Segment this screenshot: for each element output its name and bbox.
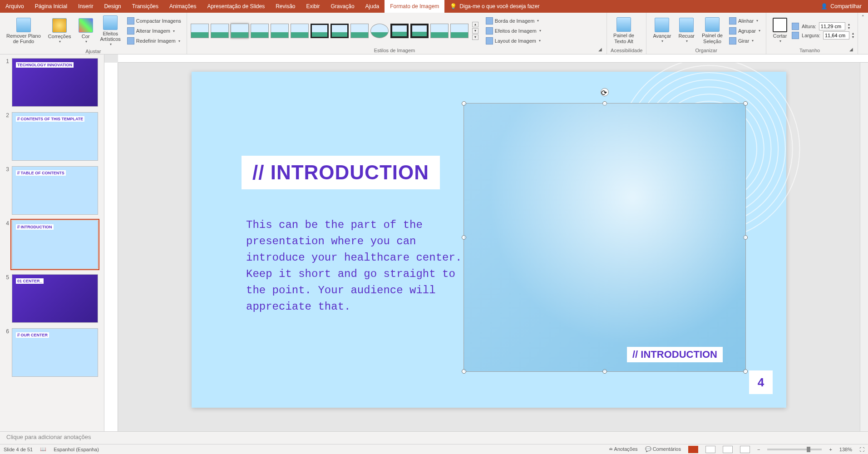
painel-texto-alt-button[interactable]: Painel de Texto Alt xyxy=(611,16,637,44)
altura-spinner[interactable]: ▴▾ xyxy=(848,23,850,30)
view-slideshow-button[interactable] xyxy=(740,446,750,453)
picture-style-2[interactable] xyxy=(211,24,229,38)
tab-revisao[interactable]: Revisão xyxy=(270,0,301,13)
cortar-button[interactable]: Cortar xyxy=(770,17,790,44)
tab-animacoes[interactable]: Animações xyxy=(164,0,202,13)
notes-pane[interactable]: Clique para adicionar anotações xyxy=(0,431,868,444)
tab-ajuda[interactable]: Ajuda xyxy=(360,0,385,13)
selected-picture[interactable]: ⟳ xyxy=(464,104,745,371)
resize-handle-ne[interactable] xyxy=(743,101,748,106)
resize-handle-s[interactable] xyxy=(602,369,607,374)
borda-imagem-button[interactable]: Borda de Imagem xyxy=(484,16,543,25)
slide-body-text[interactable]: This can be the part of the presentation… xyxy=(246,217,464,315)
rotation-handle[interactable]: ⟳ xyxy=(601,88,609,96)
status-bar: Slide 4 de 51 📖 Espanhol (Espanha) ≐ Ano… xyxy=(0,444,868,454)
thumb-number: 3 xyxy=(4,166,9,215)
picture-style-7[interactable] xyxy=(311,24,329,38)
share-button[interactable]: 👤 Compartilhar xyxy=(814,3,868,10)
fit-to-window-button[interactable]: ⛶ xyxy=(859,447,864,452)
view-normal-button[interactable] xyxy=(688,446,698,453)
status-language[interactable]: Espanhol (Espanha) xyxy=(54,447,99,452)
section-badge[interactable]: // INTRODUCTION xyxy=(627,347,723,362)
painel-selecao-button[interactable]: Painel de Seleção xyxy=(699,16,725,44)
agrupar-button[interactable]: Agrupar xyxy=(727,26,762,35)
slide-thumbnail-5[interactable]: 01 CENTER_ xyxy=(12,274,98,323)
tab-arquivo[interactable]: Arquivo xyxy=(0,0,30,13)
slide-thumbnails-panel[interactable]: 1TECHNOLOGY INNOVATION2// CONTENTS OF TH… xyxy=(0,54,104,431)
tab-formato-imagem[interactable]: Formato de Imagem xyxy=(385,0,444,13)
alinhar-button[interactable]: Alinhar xyxy=(727,16,762,25)
efeitos-imagem-button[interactable]: Efeitos de Imagem xyxy=(484,26,543,35)
picture-styles-gallery[interactable]: ▴ ▾ ▾ xyxy=(191,22,478,40)
estilos-launcher[interactable]: ◢ xyxy=(598,47,603,53)
slide-canvas-area[interactable]: // INTRODUCTION This can be the part of … xyxy=(118,63,860,431)
slide-thumbnail-1[interactable]: TECHNOLOGY INNOVATION xyxy=(12,58,98,107)
picture-style-4[interactable] xyxy=(251,24,269,38)
largura-input[interactable] xyxy=(823,31,849,39)
cor-button[interactable]: Cor xyxy=(76,17,96,45)
resize-handle-nw[interactable] xyxy=(462,101,466,106)
zoom-level[interactable]: 138% xyxy=(839,447,852,452)
picture-style-9[interactable] xyxy=(350,24,369,38)
tab-exibir[interactable]: Exibir xyxy=(301,0,326,13)
slide-thumbnail-6[interactable]: // OUR CENTER xyxy=(12,328,98,377)
altura-input[interactable] xyxy=(819,22,845,30)
remover-fundo-button[interactable]: Remover Plano de Fundo xyxy=(4,17,44,45)
picture-style-13[interactable] xyxy=(430,24,449,38)
alterar-imagem-button[interactable]: Alterar Imagem xyxy=(125,26,183,35)
picture-style-8[interactable] xyxy=(330,24,349,38)
status-spellcheck-icon[interactable]: 📖 xyxy=(40,446,46,452)
slide-thumbnail-3[interactable]: // TABLE OF CONTENTS xyxy=(12,166,98,215)
efeitos-artisticos-button[interactable]: Efeitos Artísticos xyxy=(98,15,123,48)
zoom-out-button[interactable]: − xyxy=(757,447,760,452)
tell-me[interactable]: 💡 Diga-me o que você deseja fazer xyxy=(444,3,545,10)
redefinir-imagem-button[interactable]: Redefinir Imagem xyxy=(125,36,183,45)
slide[interactable]: // INTRODUCTION This can be the part of … xyxy=(192,72,786,408)
compactar-imagens-button[interactable]: Compactar Imagens xyxy=(125,16,183,25)
tab-design[interactable]: Design xyxy=(99,0,126,13)
alt-text-icon xyxy=(616,17,631,32)
tamanho-launcher[interactable]: ◢ xyxy=(849,47,854,53)
picture-style-6[interactable] xyxy=(291,24,309,38)
tab-apresentacao[interactable]: Apresentação de Slides xyxy=(202,0,270,13)
zoom-slider[interactable] xyxy=(767,449,822,450)
tab-transicoes[interactable]: Transições xyxy=(127,0,164,13)
resize-handle-w[interactable] xyxy=(462,235,466,240)
zoom-in-button[interactable]: + xyxy=(829,447,832,452)
gallery-down-button[interactable]: ▾ xyxy=(472,28,478,34)
resize-handle-n[interactable] xyxy=(602,101,607,106)
picture-style-5[interactable] xyxy=(271,24,289,38)
largura-spinner[interactable]: ▴▾ xyxy=(852,32,854,39)
main-area: 1TECHNOLOGY INNOVATION2// CONTENTS OF TH… xyxy=(0,54,868,431)
resize-handle-sw[interactable] xyxy=(462,369,466,374)
picture-style-12[interactable] xyxy=(410,24,429,38)
girar-button[interactable]: Girar xyxy=(727,36,762,45)
picture-style-10[interactable] xyxy=(370,24,389,38)
picture-style-1[interactable] xyxy=(191,24,209,38)
tab-gravacao[interactable]: Gravação xyxy=(326,0,360,13)
resize-handle-e[interactable] xyxy=(743,235,748,240)
resize-handle-se[interactable] xyxy=(743,369,748,374)
correcoes-button[interactable]: Correções xyxy=(45,17,74,45)
picture-style-3[interactable] xyxy=(231,24,249,38)
tab-inserir[interactable]: Inserir xyxy=(73,0,99,13)
view-reading-button[interactable] xyxy=(723,446,733,453)
layout-imagem-button[interactable]: Layout de Imagem xyxy=(484,36,543,45)
thumb-title: // OUR CENTER xyxy=(16,332,49,338)
collapse-ribbon-button[interactable]: ˄ xyxy=(862,15,864,20)
slide-title[interactable]: // INTRODUCTION xyxy=(242,156,440,189)
view-sorter-button[interactable] xyxy=(705,446,715,453)
avancar-button[interactable]: Avançar xyxy=(650,17,674,44)
send-backward-icon xyxy=(679,18,694,32)
tab-pagina-inicial[interactable]: Página Inicial xyxy=(30,0,73,13)
slide-thumbnail-2[interactable]: // CONTENTS OF THIS TEMPLATE xyxy=(12,112,98,161)
status-anotacoes-button[interactable]: ≐ Anotações xyxy=(609,446,637,452)
slide-thumbnail-4[interactable]: // INTRODUCTION xyxy=(12,220,98,269)
vertical-scrollbar[interactable] xyxy=(860,63,868,431)
gallery-up-button[interactable]: ▴ xyxy=(472,22,478,27)
recuar-button[interactable]: Recuar xyxy=(676,17,697,44)
picture-style-14[interactable] xyxy=(450,24,469,38)
picture-style-11[interactable] xyxy=(390,24,409,38)
gallery-more-button[interactable]: ▾ xyxy=(472,35,478,40)
status-comentarios-button[interactable]: 💬 Comentários xyxy=(645,446,681,452)
